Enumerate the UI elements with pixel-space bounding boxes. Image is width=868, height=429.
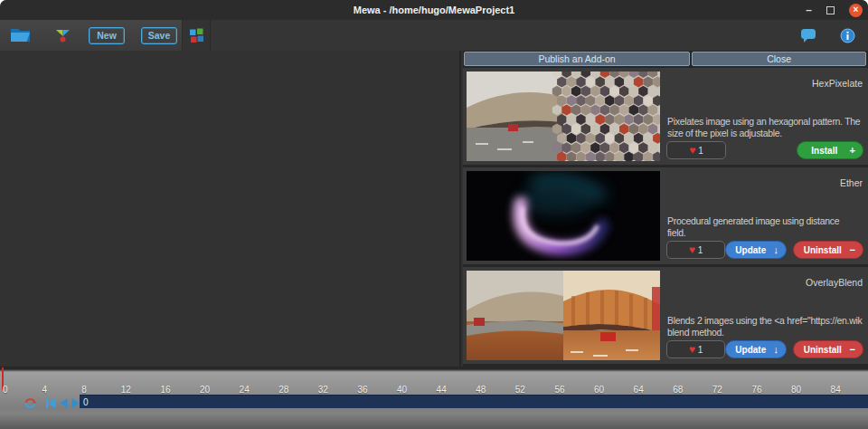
toolbar-file-group: New Save [0, 20, 183, 51]
addon-store-header: Publish an Add-on Close [463, 51, 868, 68]
timeline-tick-label: 24 [240, 385, 250, 395]
skip-to-start-icon [45, 397, 56, 409]
feedback-button[interactable] [800, 28, 816, 43]
download-arrow-icon: ↓ [774, 245, 779, 255]
timeline-ruler[interactable]: 0481216202428323640444852566064687276808… [0, 370, 868, 396]
timeline-tick-label: 76 [751, 385, 761, 395]
save-button[interactable]: Save [141, 27, 177, 44]
uninstall-button[interactable]: Uninstall − [793, 241, 863, 259]
timeline-tick-label: 72 [712, 385, 722, 395]
playback-controls [0, 396, 80, 410]
titlebar[interactable]: Mewa - /home/hugo/MewaProject1 – × [0, 0, 868, 20]
update-button[interactable]: Update ↓ [725, 241, 787, 259]
like-button[interactable]: ♥ 1 [666, 141, 726, 159]
timeline-tick-label: 60 [594, 385, 604, 395]
chat-bubble-icon [800, 28, 816, 43]
app-window: Mewa - /home/hugo/MewaProject1 – × [0, 0, 868, 429]
heart-icon: ♥ [689, 244, 695, 255]
timeline-tick-label: 44 [437, 385, 447, 395]
timeline-tick-label: 8 [81, 385, 87, 395]
node-canvas[interactable] [0, 51, 461, 367]
addons-button[interactable] [189, 28, 204, 43]
toolbar-right [212, 20, 868, 51]
loop-button[interactable] [24, 396, 36, 408]
timeline: 0481216202428323640444852566064687276808… [0, 367, 868, 429]
timeline-tick-label: 40 [397, 385, 407, 395]
addon-info: OverlayBlend Blends 2 images using the <… [665, 271, 864, 360]
addon-store-panel: Publish an Add-on Close [463, 51, 868, 367]
addon-description: Pixelates image using an hexagonal patte… [667, 116, 864, 139]
step-back-button[interactable] [59, 396, 71, 408]
skip-to-start-button[interactable] [45, 396, 57, 408]
timeline-tick-label: 56 [554, 385, 564, 395]
timeline-tick-label: 0 [3, 385, 8, 395]
plus-icon: + [850, 146, 855, 156]
heart-icon: ♥ [689, 145, 695, 156]
timeline-tick-label: 68 [673, 385, 683, 395]
timeline-tick-label: 80 [791, 385, 801, 395]
timeline-tick-label: 84 [831, 385, 841, 395]
step-back-icon [59, 397, 69, 409]
addon-entry-ether: Ether Procedural generated image using d… [463, 167, 868, 264]
hexpixelate-thumbnail [467, 72, 660, 161]
addon-name: OverlayBlend [806, 277, 863, 288]
import-funnel-icon [55, 28, 71, 43]
addon-entry-overlayblend: OverlayBlend Blends 2 images using the <… [463, 267, 868, 364]
like-count: 1 [698, 245, 703, 255]
open-project-button[interactable] [9, 25, 33, 45]
about-button[interactable] [840, 28, 855, 43]
addon-description: Blends 2 images using the <a href="https… [667, 315, 864, 338]
ether-thumbnail [467, 171, 660, 261]
addon-name: HexPixelate [812, 78, 863, 89]
heart-icon: ♥ [689, 344, 695, 355]
addon-info: Ether Procedural generated image using d… [665, 171, 864, 261]
info-icon [840, 28, 855, 43]
loop-icon [24, 397, 36, 409]
current-frame-label: 0 [83, 397, 89, 407]
window-controls: – × [806, 0, 863, 20]
timeline-tick-label: 64 [634, 385, 644, 395]
close-button[interactable]: × [849, 4, 863, 17]
toolbar-addons-group [184, 20, 211, 51]
panel-close-button[interactable]: Close [692, 52, 866, 66]
addons-icon [189, 28, 204, 43]
new-button[interactable]: New [89, 27, 125, 44]
timeline-track[interactable]: 0 [80, 395, 868, 408]
window-title: Mewa - /home/hugo/MewaProject1 [0, 0, 868, 20]
addon-info: HexPixelate Pixelates image using an hex… [665, 72, 864, 161]
like-count: 1 [698, 345, 703, 355]
update-button[interactable]: Update ↓ [725, 340, 787, 358]
minus-icon: − [850, 245, 855, 255]
timeline-tick-label: 36 [357, 385, 367, 395]
addon-list: HexPixelate Pixelates image using an hex… [463, 68, 868, 367]
timeline-tick-label: 16 [160, 385, 170, 395]
like-button[interactable]: ♥ 1 [666, 340, 725, 358]
uninstall-button[interactable]: Uninstall − [793, 340, 863, 358]
publish-addon-button[interactable]: Publish an Add-on [464, 52, 690, 66]
like-button[interactable]: ♥ 1 [666, 241, 725, 259]
timeline-tick-label: 48 [476, 385, 486, 395]
overlayblend-thumbnail [467, 271, 660, 360]
addon-entry-hexpixelate: HexPixelate Pixelates image using an hex… [463, 68, 868, 165]
addon-description: Procedural generated image using distanc… [667, 215, 864, 239]
install-button[interactable]: Install + [797, 141, 863, 159]
like-count: 1 [698, 146, 703, 156]
minus-icon: − [850, 345, 855, 355]
timeline-tick-label: 28 [278, 385, 288, 395]
timeline-tick-label: 52 [515, 385, 525, 395]
timeline-tick-label: 4 [42, 385, 48, 395]
timeline-tick-label: 12 [121, 385, 131, 395]
main-toolbar: New Save [0, 20, 868, 51]
import-button[interactable] [52, 25, 72, 45]
timeline-tick-label: 20 [200, 385, 210, 395]
minimize-button[interactable]: – [806, 5, 812, 14]
timeline-tick-label: 32 [318, 385, 328, 395]
maximize-button[interactable] [826, 6, 835, 14]
addon-name: Ether [840, 177, 863, 188]
download-arrow-icon: ↓ [774, 345, 779, 355]
open-folder-icon [10, 27, 32, 43]
